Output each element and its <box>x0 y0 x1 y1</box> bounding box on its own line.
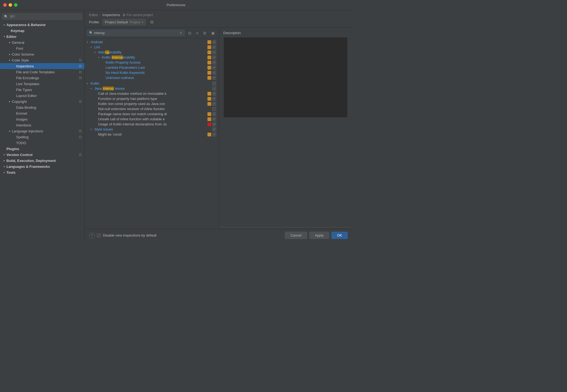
enable-checkbox[interactable] <box>212 107 216 111</box>
sidebar-search-icon: 🔍 <box>4 15 8 19</box>
sidebar-item-live-templates[interactable]: Live Templates <box>0 81 84 87</box>
enable-checkbox[interactable] <box>212 92 216 96</box>
inspection-name: Not-null extension receiver of inline fu… <box>98 107 207 111</box>
disable-inspections-checkbox[interactable] <box>97 234 101 237</box>
chevron-right-icon <box>2 23 6 27</box>
enable-checkbox[interactable] <box>212 71 216 75</box>
inspection-group-android[interactable]: Android <box>85 39 219 45</box>
description-label: Description <box>223 31 348 35</box>
sidebar-item-editor[interactable]: Editor <box>0 34 84 39</box>
clear-search-button[interactable]: ✕ <box>179 31 183 35</box>
sidebar-item-code-style[interactable]: Code Style ⊡ <box>0 57 84 63</box>
sidebar-item-build-execution[interactable]: Build, Execution, Deployment <box>0 158 84 164</box>
inspection-group-kotlin[interactable]: Kotlin <box>85 81 219 86</box>
sidebar-search-container[interactable]: 🔍 <box>2 13 82 20</box>
sidebar-item-general[interactable]: General <box>0 39 84 45</box>
sidebar-item-emmet[interactable]: Emmet <box>0 110 84 116</box>
group-name-style-issues: Style issues <box>94 127 207 131</box>
enable-checkbox[interactable] <box>212 82 216 85</box>
inspection-search-container[interactable]: 🔍 ✕ <box>87 30 185 36</box>
inspection-item-unknown-nullness[interactable]: Unknown nullness <box>85 75 219 80</box>
inspection-group-java-interop[interactable]: Java interop issues <box>85 86 219 91</box>
help-button[interactable]: ? <box>89 233 95 238</box>
sidebar-item-inspections[interactable]: Inspections ⊡ <box>0 63 84 69</box>
breadcrumb-editor[interactable]: Editor <box>89 13 98 17</box>
enable-checkbox[interactable] <box>212 76 216 80</box>
inspection-group-style-issues[interactable]: Style issues <box>85 127 219 132</box>
sidebar-item-plugins[interactable]: Plugins <box>0 146 84 152</box>
inspection-item-kotlin-property-access[interactable]: Kotlin Property Access <box>85 60 219 65</box>
enable-checkbox[interactable] <box>212 66 216 70</box>
inspection-item-might-be-const[interactable]: Might be 'const' <box>85 132 219 137</box>
filter-button[interactable]: ⊟ <box>187 30 193 36</box>
severity-indicator <box>207 128 211 131</box>
window-controls[interactable] <box>3 3 17 7</box>
expand-all-button[interactable]: ≡ <box>195 30 200 36</box>
enable-checkbox[interactable] <box>212 40 216 44</box>
leaf-icon <box>2 147 6 151</box>
sidebar-item-file-code-templates[interactable]: File and Code Templates ⊡ <box>0 69 84 75</box>
sidebar-item-appearance-behavior[interactable]: Appearance & Behavior <box>0 22 84 28</box>
inspection-group-lint[interactable]: Lint <box>85 45 219 50</box>
enable-checkbox[interactable] <box>212 45 216 49</box>
sidebar-item-keymap[interactable]: Keymap <box>0 28 84 34</box>
sidebar-item-data-binding[interactable]: Data Binding <box>0 104 84 110</box>
sidebar-item-file-encodings[interactable]: File Encodings ⊡ <box>0 75 84 81</box>
project-icon: ⊡ <box>78 153 82 157</box>
sidebar-item-copyright[interactable]: Copyright ⊡ <box>0 99 84 104</box>
inspection-item-no-hard-kotlin-keywords[interactable]: No Hard Kotlin Keywords <box>85 70 219 75</box>
sidebar-item-file-types[interactable]: File Types <box>0 87 84 93</box>
inspection-search-input[interactable] <box>94 31 178 35</box>
inspection-item-call-java-mutator[interactable]: Call of Java mutator method on immutable… <box>85 91 219 96</box>
inspection-item-not-null-extension[interactable]: Not-null extension receiver of inline fu… <box>85 106 219 111</box>
gear-button[interactable]: ⚙ <box>148 19 155 25</box>
inspection-item-function-platform-type[interactable]: Function or property has platform type <box>85 96 219 101</box>
enable-checkbox[interactable] <box>212 128 216 131</box>
maximize-button[interactable] <box>14 3 17 7</box>
description-content <box>223 37 348 118</box>
enable-checkbox[interactable] <box>212 122 216 126</box>
sidebar-search-input[interactable] <box>10 14 80 19</box>
inspection-name: Package name does not match containing d… <box>98 112 207 116</box>
enable-checkbox[interactable] <box>212 133 216 136</box>
sidebar-item-spelling[interactable]: Spelling ⊡ <box>0 134 84 140</box>
enable-checkbox[interactable] <box>212 56 216 59</box>
cancel-button[interactable]: Cancel <box>285 232 307 239</box>
inspection-item-kotlin-non-const[interactable]: Kotlin non-const property used as Java c… <box>85 101 219 106</box>
enable-checkbox[interactable] <box>212 97 216 101</box>
sidebar-item-intentions[interactable]: Intentions <box>0 122 84 128</box>
enable-checkbox[interactable] <box>212 87 216 90</box>
sidebar-item-languages-frameworks[interactable]: Languages & Frameworks <box>0 164 84 169</box>
chevron-down-icon <box>2 34 6 39</box>
sidebar-item-version-control[interactable]: Version Control ⊡ <box>0 152 84 158</box>
sidebar-item-layout-editor[interactable]: Layout Editor <box>0 93 84 99</box>
sidebar-item-language-injections[interactable]: Language Injections ⊡ <box>0 128 84 134</box>
enable-checkbox[interactable] <box>212 102 216 106</box>
enable-checkbox[interactable] <box>212 117 216 121</box>
inspection-item-package-name[interactable]: Package name does not match containing d… <box>85 111 219 117</box>
close-button[interactable] <box>3 3 7 7</box>
sidebar-item-font[interactable]: Font <box>0 45 84 51</box>
sidebar-item-color-scheme[interactable]: Color Scheme <box>0 51 84 57</box>
inspection-group-interoperability[interactable]: Interoperability <box>85 50 219 55</box>
group-button[interactable]: ▣ <box>210 30 216 36</box>
enable-checkbox[interactable] <box>212 61 216 64</box>
inspection-item-usage-kotlin-internal[interactable]: Usage of Kotlin internal declarations fr… <box>85 122 219 127</box>
inspection-name: Might be 'const' <box>98 132 207 136</box>
minimize-button[interactable] <box>9 3 12 7</box>
collapse-all-button[interactable]: ⊞ <box>202 30 208 36</box>
ok-button[interactable]: OK <box>331 232 348 239</box>
sidebar-item-tools[interactable]: Tools <box>0 169 84 175</box>
severity-indicator <box>207 40 211 44</box>
inspection-item-lambda-params-last[interactable]: Lambda Parameters Last <box>85 65 219 70</box>
inspection-name: No Hard Kotlin Keywords <box>106 71 207 75</box>
enable-checkbox[interactable] <box>212 50 216 54</box>
sidebar-item-images[interactable]: Images <box>0 116 84 122</box>
profile-dropdown[interactable]: Project Default Project ▾ <box>102 19 146 25</box>
inspection-item-unsafe-inline[interactable]: Unsafe call of inline function with null… <box>85 117 219 122</box>
inspection-group-kotlin-interoperability[interactable]: Kotlin Interoperability <box>85 55 219 60</box>
sidebar-item-todo[interactable]: TODO <box>0 140 84 146</box>
apply-button[interactable]: Apply <box>309 232 329 239</box>
severity-indicator <box>207 133 211 136</box>
enable-checkbox[interactable] <box>212 112 216 116</box>
